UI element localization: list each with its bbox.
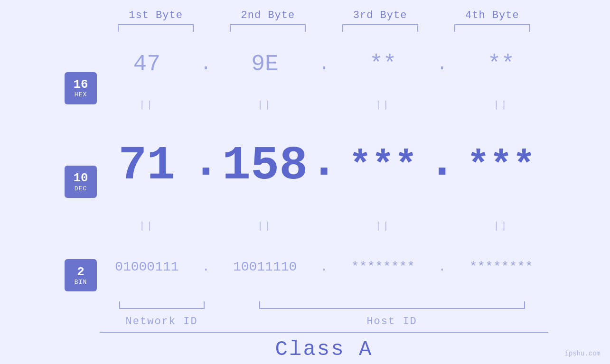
eq2-byte3: || — [375, 221, 391, 232]
bin-byte4: ******** — [469, 260, 533, 274]
bracket-cell-4 — [436, 24, 548, 32]
hex-badge-number: 16 — [73, 78, 88, 92]
hex-byte3: ** — [369, 51, 397, 77]
dec-sep2: . — [310, 135, 338, 189]
dec-sep3: . — [428, 135, 456, 189]
equals-divider-1: || || || || — [100, 97, 548, 114]
bin-badge: 2 BIN — [65, 259, 97, 291]
dec-byte3: *** — [349, 144, 417, 187]
eq2-byte2: || — [257, 221, 272, 232]
main-container: 1st Byte 2nd Byte 3rd Byte 4th Byte 16 H… — [0, 0, 610, 364]
byte1-header: 1st Byte — [100, 9, 212, 21]
dec-sep1: . — [192, 135, 220, 189]
bin-badge-label: BIN — [75, 279, 87, 286]
network-bracket — [119, 301, 205, 309]
host-bracket — [259, 301, 525, 309]
top-bracket-2 — [230, 24, 306, 32]
bin-byte3: ******** — [351, 260, 415, 274]
eq1-byte4: || — [494, 100, 509, 111]
hex-sep2: . — [318, 54, 329, 75]
bin-sep1: . — [202, 260, 210, 274]
byte-headers: 1st Byte 2nd Byte 3rd Byte 4th Byte — [100, 9, 548, 21]
hex-badge-label: HEX — [75, 91, 87, 98]
eq2-byte1: || — [139, 221, 154, 232]
dec-byte4: *** — [467, 144, 535, 187]
byte4-header: 4th Byte — [436, 9, 548, 21]
eq1-byte2: || — [257, 100, 272, 111]
bracket-cell-2 — [212, 24, 324, 32]
top-bracket-1 — [118, 24, 194, 32]
bin-row: 01000111 . 10011110 . ******** . — [100, 234, 548, 299]
hex-badge: 16 HEX — [65, 72, 97, 104]
dec-badge-number: 10 — [73, 171, 88, 185]
hex-byte4: ** — [488, 51, 515, 77]
hex-byte2: 9E — [251, 51, 279, 77]
dec-byte2: 158 — [222, 139, 308, 193]
network-id-label: Network ID — [126, 316, 198, 327]
watermark: ipshu.com — [564, 350, 601, 357]
top-bracket-4 — [454, 24, 530, 32]
dec-badge-label: DEC — [75, 185, 87, 192]
class-row: Class A — [100, 332, 548, 364]
top-bracket-3 — [342, 24, 418, 32]
host-id-label: Host ID — [366, 316, 417, 327]
bin-badge-number: 2 — [77, 265, 84, 279]
byte3-header: 3rd Byte — [324, 9, 436, 21]
dec-row: 71 . 158 . *** . *** — [100, 114, 548, 218]
bottom-brackets — [100, 301, 548, 311]
equals-divider-2: || || || || — [100, 217, 548, 234]
class-label: Class A — [275, 337, 373, 361]
bin-byte1: 01000111 — [115, 260, 178, 274]
eq1-byte3: || — [375, 100, 391, 111]
hex-sep1: . — [200, 54, 212, 75]
labels-row: Network ID Host ID — [100, 311, 548, 332]
bracket-cell-1 — [100, 24, 212, 32]
badges-column: 16 HEX 10 DEC 2 BIN — [62, 32, 100, 332]
dec-badge: 10 DEC — [65, 166, 97, 198]
hex-byte1: 47 — [133, 51, 161, 77]
byte2-header: 2nd Byte — [212, 9, 324, 21]
eq1-byte1: || — [139, 100, 154, 111]
hex-row: 47 . 9E . ** . ** — [100, 32, 548, 97]
eq2-byte4: || — [494, 221, 509, 232]
bracket-cell-3 — [324, 24, 436, 32]
hex-sep3: . — [436, 54, 448, 75]
bin-sep2: . — [320, 260, 328, 274]
dec-byte1: 71 — [118, 139, 175, 193]
bin-sep3: . — [438, 260, 446, 274]
bin-byte2: 10011110 — [233, 260, 297, 274]
